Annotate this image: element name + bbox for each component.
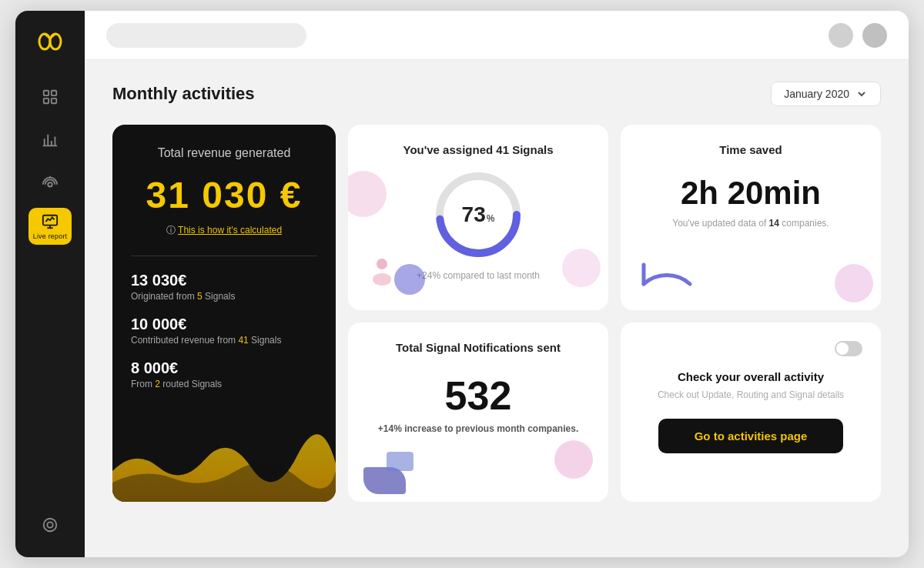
signals-card: You've assigned 41 Signals 73% +24% comp… (348, 125, 608, 310)
content-area: Monthly activities January 2020 Total re… (85, 60, 909, 557)
revenue-stat-1: 10 000€ Contributed revenue from 41 Sign… (131, 316, 317, 346)
donut-label: 73% (462, 202, 495, 227)
sidebar-item-dashboard[interactable] (28, 79, 72, 115)
notifications-card: Total Signal Notifications sent 532 +14%… (348, 322, 608, 503)
blob-pink-time (835, 264, 873, 302)
svg-rect-4 (44, 91, 49, 95)
time-title: Time saved (639, 143, 862, 156)
svg-point-19 (44, 519, 57, 532)
blob-purple-notif (387, 452, 413, 471)
person-icon (370, 256, 394, 289)
search-bar[interactable] (106, 23, 306, 48)
time-value: 2h 20min (639, 175, 862, 212)
svg-point-22 (377, 259, 387, 269)
calc-link[interactable]: This is how it's calculated (178, 225, 282, 236)
svg-rect-7 (52, 99, 56, 103)
revenue-wave (112, 425, 336, 502)
notif-value: 532 (367, 373, 590, 419)
activity-card: Check your overall activity Check out Up… (621, 322, 881, 503)
main-area: Monthly activities January 2020 Total re… (85, 11, 909, 557)
page-title: Monthly activities (112, 84, 255, 104)
calc-link-container: ⓘ This is how it's calculated (131, 222, 317, 237)
sidebar: Live report (15, 11, 85, 557)
svg-point-18 (47, 522, 52, 527)
notif-subtitle: +14% increase to previous month companie… (367, 423, 590, 434)
activity-subtitle: Check out Update, Routing and Signal det… (658, 389, 844, 400)
app-window: Live report Monthly activities January 2… (15, 11, 909, 557)
go-to-activities-button[interactable]: Go to activities page (658, 419, 843, 453)
activity-toggle[interactable] (835, 341, 862, 356)
content-header: Monthly activities January 2020 (112, 82, 881, 106)
sidebar-item-signals[interactable] (28, 165, 72, 202)
blob-blue-notif (363, 467, 406, 494)
revenue-title: Total revenue generated (131, 146, 317, 160)
user-avatar[interactable] (829, 23, 853, 48)
blob-decoration-2 (562, 249, 601, 287)
notif-title: Total Signal Notifications sent (367, 341, 590, 354)
date-selector[interactable]: January 2020 (771, 82, 881, 106)
time-subtitle: You've updated data of 14 companies. (639, 218, 862, 229)
revenue-stat-0: 13 030€ Originated from 5 Signals (131, 272, 317, 302)
blob-pink-notif (554, 440, 593, 479)
topbar (85, 11, 909, 60)
signals-title: You've assigned 41 Signals (367, 143, 590, 156)
blob-decoration (348, 171, 387, 217)
svg-point-13 (48, 182, 52, 187)
revenue-card: Total revenue generated 31 030 € ⓘ This … (112, 125, 336, 502)
revenue-amount: 31 030 € (131, 174, 317, 216)
time-saved-card: Time saved 2h 20min You've updated data … (621, 125, 881, 310)
toggle-knob (836, 342, 849, 355)
blob-blue (394, 264, 425, 295)
arc-decoration (636, 238, 698, 295)
sidebar-item-analytics[interactable] (28, 122, 72, 159)
donut-chart: 73% (432, 169, 524, 261)
activity-title: Check your overall activity (678, 370, 824, 383)
svg-point-23 (373, 273, 391, 286)
chevron-down-icon (855, 88, 868, 100)
revenue-stat-2: 8 000€ From 2 routed Signals (131, 359, 317, 389)
user-avatar2[interactable] (862, 23, 887, 48)
sidebar-item-live-report[interactable]: Live report (28, 208, 72, 245)
dashboard-grid: Total revenue generated 31 030 € ⓘ This … (112, 125, 881, 502)
svg-rect-5 (52, 91, 56, 95)
svg-rect-6 (44, 99, 49, 103)
sidebar-item-label: Live report (33, 232, 68, 240)
date-label: January 2020 (784, 88, 849, 100)
sidebar-item-product[interactable] (28, 506, 72, 543)
logo (35, 25, 65, 58)
